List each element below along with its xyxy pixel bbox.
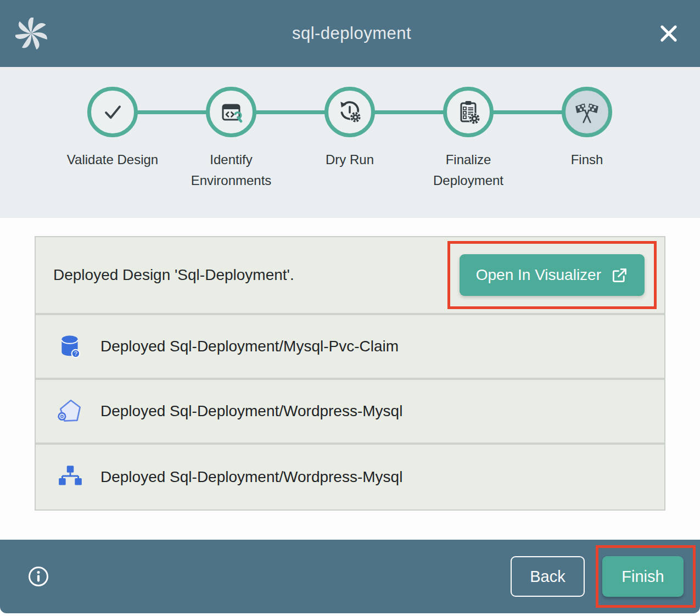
refresh-gear-icon (336, 98, 363, 126)
deployed-item-text: Deployed Sql-Deployment/Mysql-Pvc-Claim (100, 338, 399, 355)
external-link-icon (611, 267, 628, 284)
dialog-footer: Back Finish (0, 540, 700, 613)
deployed-item-text: Deployed Sql-Deployment/Wordpress-Mysql (100, 402, 402, 420)
deployed-item-row: Deployed Sql-Deployment/Wordpress-Mysql (36, 445, 664, 509)
clipboard-gear-icon (455, 99, 481, 125)
check-icon (98, 98, 127, 126)
deployed-design-row: Deployed Design 'Sql-Deployment'. Open I… (36, 237, 664, 315)
deployed-item-row: Deployed Sql-Deployment/Wordpress-Mysql (36, 380, 664, 445)
open-in-visualizer-button[interactable]: Open In Visualizer (460, 254, 645, 296)
deployed-item-text: Deployed Sql-Deployment/Wordpress-Mysql (100, 468, 402, 486)
visualizer-button-highlight: Open In Visualizer (447, 241, 657, 309)
step-label: Dry Run (326, 149, 374, 170)
deployed-item-row: ? Deployed Sql-Deployment/Mysql-Pvc-Clai… (36, 315, 664, 380)
step-circle-finsh[interactable] (562, 87, 612, 137)
step-label: Finalize Deployment (421, 149, 516, 192)
topology-icon (57, 463, 84, 491)
step-circle-finalize-deployment[interactable] (443, 87, 494, 137)
close-button[interactable] (656, 21, 681, 46)
step-identify-environments: Identify Environments (172, 87, 290, 192)
back-button[interactable]: Back (511, 556, 585, 597)
results-area: Deployed Design 'Sql-Deployment'. Open I… (0, 218, 700, 540)
info-button[interactable] (27, 565, 49, 587)
sql-deployment-dialog: sql-deployment Validate Design (0, 0, 700, 613)
info-icon (27, 565, 49, 587)
step-label: Finsh (571, 149, 603, 170)
checkered-flags-icon (573, 98, 601, 126)
database-icon: ? (57, 333, 84, 360)
dialog-title: sql-deployment (47, 24, 656, 43)
finish-button[interactable]: Finish (602, 556, 684, 597)
step-circle-identify-environments[interactable] (206, 87, 256, 137)
step-circle-validate-design[interactable] (87, 87, 138, 137)
step-label: Identify Environments (184, 149, 278, 192)
code-wrench-icon (218, 99, 244, 125)
results-panel: Deployed Design 'Sql-Deployment'. Open I… (35, 236, 665, 511)
deployed-design-message: Deployed Design 'Sql-Deployment'. (53, 266, 447, 284)
wizard-stepper: Validate Design Ident (0, 67, 700, 218)
finish-button-highlight: Finish (596, 545, 696, 608)
svg-text:?: ? (74, 350, 77, 357)
step-finsh: Finsh (528, 87, 646, 192)
close-icon (657, 21, 681, 46)
stepper-steps: Validate Design Ident (53, 87, 646, 192)
dialog-header: sql-deployment (0, 0, 700, 67)
visualizer-button-label: Open In Visualizer (476, 266, 601, 284)
step-label: Validate Design (67, 149, 158, 170)
step-finalize-deployment: Finalize Deployment (409, 87, 528, 192)
step-dry-run: Dry Run (290, 87, 409, 192)
step-validate-design: Validate Design (53, 87, 172, 192)
pod-icon (57, 397, 84, 425)
step-circle-dry-run[interactable] (324, 87, 375, 137)
app-logo-icon (15, 18, 47, 49)
